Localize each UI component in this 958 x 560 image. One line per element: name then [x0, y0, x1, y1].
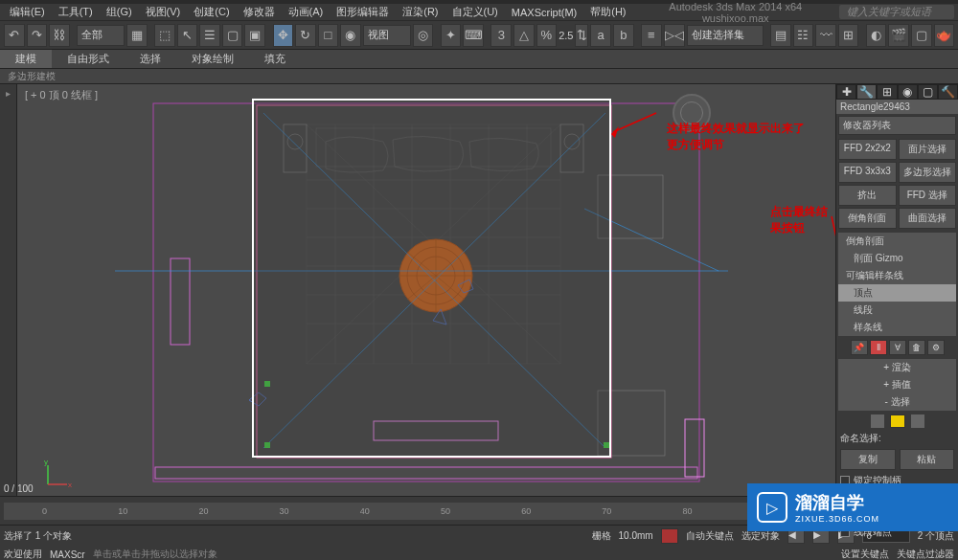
show-end-result[interactable]: Ⅱ [870, 340, 887, 355]
ref-coord-system[interactable]: 视图 [363, 25, 411, 46]
align-button[interactable]: ▤ [770, 24, 791, 47]
mod-vertex[interactable]: 顶点 [838, 284, 956, 302]
window-crossing[interactable]: ▣ [244, 24, 265, 47]
viewport[interactable]: [ + 0 顶 0 线框 ] [17, 84, 835, 496]
utilities-tab[interactable]: 🔨 [938, 84, 958, 100]
menu-tools[interactable]: 工具(T) [53, 5, 99, 19]
pivot-center[interactable]: ◎ [413, 24, 434, 47]
modify-tab[interactable]: 🔧 [856, 84, 877, 100]
display-tab[interactable]: ▢ [918, 84, 938, 100]
menu-graph-editors[interactable]: 图形编辑器 [331, 5, 395, 19]
btn-face-select[interactable]: 面片选择 [899, 139, 957, 160]
tab-object-paint[interactable]: 对象绘制 [176, 50, 249, 68]
create-tab[interactable]: ✚ [836, 84, 856, 100]
mirror-button[interactable]: ▷◁ [664, 24, 685, 47]
create-selection-set[interactable]: 创建选择集 [687, 25, 764, 46]
object-name[interactable]: Rectangle29463 [836, 100, 958, 114]
mod-segment[interactable]: 线段 [838, 302, 956, 319]
mod-chamfer-profile[interactable]: 倒角剖面 [838, 233, 956, 250]
material-editor[interactable]: ◐ [866, 24, 887, 47]
btn-ffd-select[interactable]: FFD 选择 [899, 185, 957, 206]
layers-button[interactable]: ☷ [793, 24, 814, 47]
tab-selection[interactable]: 选择 [125, 50, 176, 68]
tab-populate[interactable]: 填充 [249, 50, 301, 68]
menu-modifiers[interactable]: 修改器 [238, 5, 281, 19]
btn-ffd2x2x2[interactable]: FFD 2x2x2 [838, 139, 897, 160]
hint-text: 单击或单击并拖动以选择对象 [93, 548, 217, 560]
search-input[interactable]: 键入关键字或短语 [839, 5, 954, 19]
subobj-spline[interactable] [911, 414, 924, 428]
selection-filter[interactable]: 全部 [77, 25, 125, 46]
subobj-vertex[interactable] [871, 414, 884, 428]
mod-editable-spline[interactable]: 可编辑样条线 [838, 267, 956, 284]
paste-button[interactable]: 粘贴 [900, 449, 955, 470]
select-by-name[interactable]: ☰ [199, 24, 220, 47]
menu-rendering[interactable]: 渲染(R) [397, 5, 444, 19]
select-cursor[interactable]: ↖ [177, 24, 198, 47]
main-toolbar: ↶ ↷ ⛓ 全部 ▦ ⬚ ↖ ☰ ▢ ▣ ✥ ↻ □ ◉ 视图 ◎ ✦ ⌨ 3 … [0, 21, 958, 50]
mod-spline[interactable]: 样条线 [838, 319, 956, 336]
menu-create[interactable]: 创建(C) [188, 5, 235, 19]
menu-maxscript[interactable]: MAXScript(M) [506, 7, 582, 18]
schematic-view[interactable]: ⊞ [838, 24, 859, 47]
menu-help[interactable]: 帮助(H) [584, 5, 631, 19]
expand-arrow[interactable]: ▸ [6, 88, 11, 99]
copy-button[interactable]: 复制 [840, 449, 896, 470]
modifier-stack[interactable]: 倒角剖面 剖面 Gizmo 可编辑样条线 顶点 线段 样条线 [838, 233, 956, 336]
menu-group[interactable]: 组(G) [101, 5, 138, 19]
make-unique[interactable]: ∀ [889, 340, 906, 355]
select-object[interactable]: ⬚ [154, 24, 175, 47]
section-render[interactable]: + 渲染 [838, 359, 956, 376]
configure-sets[interactable]: ⚙ [927, 340, 945, 355]
section-interpolate[interactable]: + 插值 [838, 376, 956, 393]
app-title: Autodesk 3ds Max 2014 x64 wushixoo.max [634, 1, 837, 24]
rotate-button[interactable]: ↻ [295, 24, 316, 47]
snap-toggle[interactable]: 3 [490, 24, 512, 47]
render-frame[interactable]: ▢ [911, 24, 932, 47]
scale-button[interactable]: □ [318, 24, 339, 47]
move-button[interactable]: ✥ [273, 24, 294, 47]
hierarchy-tab[interactable]: ⊞ [877, 84, 897, 100]
statusbar-2: 欢迎使用 MAXScr 单击或单击并拖动以选择对象 设置关键点 关键点过滤器 [0, 546, 958, 560]
btn-surface-select[interactable]: 曲面选择 [899, 208, 957, 229]
menu-customize[interactable]: 自定义(U) [446, 5, 504, 19]
section-selection[interactable]: - 选择 [838, 393, 956, 411]
curve-editor[interactable]: 〰 [815, 24, 836, 47]
grid-label: 栅格 [592, 529, 611, 543]
menu-edit[interactable]: 编辑(E) [4, 5, 51, 19]
remove-modifier[interactable]: 🗑 [908, 340, 925, 355]
keyboard-shortcut[interactable]: ⌨ [463, 24, 484, 47]
manipulate-button[interactable]: ✦ [441, 24, 462, 47]
btn-chamfer[interactable]: 倒角剖面 [838, 208, 897, 229]
select-button[interactable]: ▦ [126, 24, 148, 47]
spinner-toggle[interactable]: ⇅ [575, 24, 588, 47]
btn-ffd3x3x3[interactable]: FFD 3x3x3 [838, 162, 897, 183]
snap-b[interactable]: b [613, 24, 634, 47]
placement-button[interactable]: ◉ [340, 24, 361, 47]
motion-tab[interactable]: ◉ [898, 84, 918, 100]
btn-extrude[interactable]: 挤出 [838, 185, 897, 206]
link-button[interactable]: ⛓ [49, 24, 70, 47]
viewport-label[interactable]: [ + 0 顶 0 线框 ] [25, 88, 98, 102]
tab-modeling[interactable]: 建模 [0, 50, 52, 68]
modifier-list-dropdown[interactable]: 修改器列表 [838, 116, 956, 135]
percent-snap[interactable]: % [536, 24, 558, 47]
angle-snap[interactable]: △ [513, 24, 535, 47]
snap-a[interactable]: a [590, 24, 611, 47]
menubar: 编辑(E) 工具(T) 组(G) 视图(V) 创建(C) 修改器 动画(A) 图… [0, 4, 958, 21]
rectangular-region[interactable]: ▢ [222, 24, 243, 47]
pin-stack[interactable]: 📌 [851, 340, 868, 355]
menu-animation[interactable]: 动画(A) [283, 5, 330, 19]
redo-button[interactable]: ↷ [27, 24, 48, 47]
mod-gizmo[interactable]: 剖面 Gizmo [838, 250, 956, 267]
autokey-button[interactable] [661, 528, 678, 544]
watermark-title: 溜溜自学 [795, 491, 879, 514]
btn-poly-select[interactable]: 多边形选择 [899, 162, 957, 183]
menu-view[interactable]: 视图(V) [140, 5, 187, 19]
tab-freeform[interactable]: 自由形式 [52, 50, 125, 68]
named-selection[interactable]: ≡ [641, 24, 662, 47]
undo-button[interactable]: ↶ [4, 24, 25, 47]
subobj-segment[interactable] [890, 414, 905, 428]
render-setup[interactable]: 🎬 [888, 24, 909, 47]
render-button[interactable]: 🫖 [934, 24, 955, 47]
